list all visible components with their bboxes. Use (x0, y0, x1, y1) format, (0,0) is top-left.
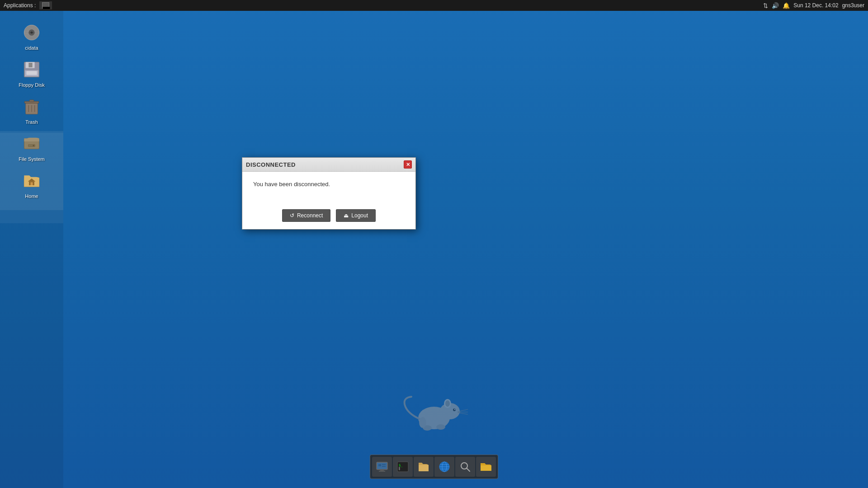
dialog-close-button[interactable]: ✕ (404, 160, 412, 169)
dialog-message: You have been disconnected. (253, 181, 405, 188)
dialog-buttons: ↺ Reconnect ⏏ Logout (242, 204, 415, 229)
logout-label: Logout (351, 212, 368, 219)
dialog-body: You have been disconnected. (242, 172, 415, 204)
reconnect-button[interactable]: ↺ Reconnect (282, 209, 330, 222)
dialog-title: DISCONNECTED (246, 161, 296, 168)
reconnect-icon: ↺ (290, 212, 294, 219)
logout-button[interactable]: ⏏ Logout (336, 209, 376, 222)
logout-icon: ⏏ (344, 212, 349, 219)
reconnect-label: Reconnect (297, 212, 323, 219)
dialog-overlay: DISCONNECTED ✕ You have been disconnecte… (0, 0, 868, 488)
desktop: Applications : ▬ ⇅ 🔊 🔔 Sun 12 Dec. 14:02… (0, 0, 868, 488)
disconnected-dialog: DISCONNECTED ✕ You have been disconnecte… (242, 157, 416, 230)
dialog-titlebar: DISCONNECTED ✕ (242, 158, 415, 172)
